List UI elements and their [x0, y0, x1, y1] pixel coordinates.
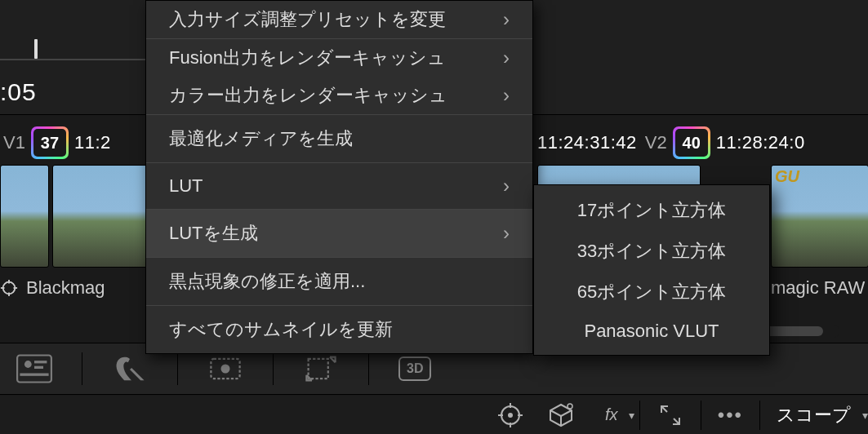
svg-point-18	[508, 413, 513, 418]
chevron-right-icon: ›	[503, 46, 510, 69]
viewer-timecode: :05	[0, 78, 37, 106]
svg-point-11	[221, 365, 230, 374]
submenu-item-label: 17ポイント立方体	[577, 200, 726, 220]
expand-arrows-icon[interactable]	[657, 401, 684, 429]
toolbar-separator	[82, 352, 82, 385]
svg-rect-8	[34, 366, 43, 369]
svg-rect-12	[309, 359, 328, 379]
bottom-bar: fx ▾ ••• スコープ ▾	[0, 396, 868, 434]
chevron-right-icon: ›	[503, 84, 510, 107]
menu-item-label: 入力サイズ調整プリセットを変更	[169, 7, 446, 32]
more-options-icon[interactable]: •••	[718, 404, 743, 427]
chevron-right-icon: ›	[503, 8, 510, 31]
menu-item-label: すべてのサムネイルを更新	[169, 317, 393, 342]
tracker-icon[interactable]	[303, 353, 339, 384]
scope-label[interactable]: スコープ	[777, 403, 851, 427]
submenu-item-65pt[interactable]: 65ポイント立方体	[534, 272, 769, 312]
toolbar-separator	[273, 352, 274, 385]
submenu-item-17pt[interactable]: 17ポイント立方体	[534, 190, 769, 231]
svg-rect-7	[34, 361, 47, 363]
svg-rect-9	[20, 374, 48, 376]
submenu-item-label: 65ポイント立方体	[577, 281, 726, 302]
menu-item-input-size-preset[interactable]: 入力サイズ調整プリセットを変更 ›	[146, 1, 532, 38]
context-menu: 入力サイズ調整プリセットを変更 › Fusion出力をレンダーキャッシュ › カ…	[145, 0, 533, 354]
clip-next-header: 11:24:31:42 V2 40 11:28:24:0	[537, 129, 805, 157]
bottombar-separator	[639, 401, 640, 430]
dropdown-caret-icon[interactable]: ▾	[862, 409, 868, 422]
clip-thumbnail: GU	[771, 165, 868, 268]
menu-item-label: LUTを生成	[169, 221, 258, 246]
target-icon	[0, 279, 18, 297]
keyframe-target-icon[interactable]	[496, 401, 524, 429]
clip-overlay-text: GU	[775, 167, 799, 186]
submenu-item-panasonic-vlut[interactable]: Panasonic VLUT	[534, 312, 769, 350]
svg-point-6	[24, 361, 32, 368]
cube-icon[interactable]	[547, 401, 575, 429]
menu-item-color-render-cache[interactable]: カラー出力をレンダーキャッシュ ›	[146, 77, 532, 114]
menu-item-fusion-render-cache[interactable]: Fusion出力をレンダーキャッシュ ›	[146, 39, 532, 77]
menu-item-generate-lut[interactable]: LUTを生成 ›	[146, 210, 532, 257]
toolbar-separator	[177, 352, 178, 385]
clip-header: 11:24:31:42 V2 40 11:28:24:0	[537, 129, 805, 157]
chevron-right-icon: ›	[503, 175, 510, 197]
fx-icon[interactable]: fx	[598, 401, 625, 429]
menu-item-label: 黒点現象の修正を適用...	[169, 269, 365, 294]
submenu-item-label: Panasonic VLUT	[584, 321, 719, 341]
dropdown-caret-icon[interactable]: ▾	[629, 409, 634, 422]
clip-label: magic RAW	[771, 277, 865, 299]
bottombar-separator	[701, 401, 701, 430]
svg-point-19	[568, 404, 572, 409]
menu-item-label: Fusion出力をレンダーキャッシュ	[169, 46, 446, 70]
clip-number-badge: 40	[675, 129, 708, 157]
clip-footer: magic RAW	[771, 277, 868, 299]
menu-item-label: 最適化メディアを生成	[169, 126, 353, 151]
bottombar-separator	[759, 401, 760, 430]
submenu-item-label: 33ポイント立方体	[577, 241, 726, 261]
video-track-label: V1	[3, 132, 25, 153]
clip-timecode: 11:2	[74, 132, 111, 153]
context-submenu: 17ポイント立方体 33ポイント立方体 65ポイント立方体 Panasonic …	[533, 184, 770, 356]
clip-footer: Blackmag	[0, 277, 105, 299]
window-icon[interactable]	[207, 353, 243, 384]
toolbar-separator	[368, 352, 369, 385]
menu-item-generate-optimized-media[interactable]: 最適化メディアを生成	[146, 115, 532, 162]
slider-track	[0, 59, 147, 60]
menu-item-label: LUT	[169, 175, 203, 197]
clip-40[interactable]: GU magic RAW	[771, 129, 868, 299]
slider-handle[interactable]	[34, 39, 38, 59]
menu-item-lut[interactable]: LUT ›	[146, 163, 532, 209]
clip-label: Blackmag	[26, 277, 105, 299]
chevron-right-icon: ›	[503, 222, 510, 245]
clip-timecode: 11:24:31:42	[537, 132, 637, 153]
video-track-label: V2	[645, 132, 667, 153]
clip-number-badge: 37	[33, 129, 66, 157]
submenu-item-33pt[interactable]: 33ポイント立方体	[534, 231, 769, 272]
menu-item-blackpoint-fix[interactable]: 黒点現象の修正を適用...	[146, 258, 532, 305]
gallery-icon[interactable]	[16, 353, 52, 384]
menu-item-label: カラー出力をレンダーキャッシュ	[169, 83, 447, 108]
menu-item-refresh-thumbnails[interactable]: すべてのサムネイルを更新	[146, 306, 532, 353]
svg-point-0	[3, 282, 16, 294]
stereo-3d-icon[interactable]: 3D	[398, 356, 431, 381]
qualifier-icon[interactable]	[112, 353, 148, 384]
